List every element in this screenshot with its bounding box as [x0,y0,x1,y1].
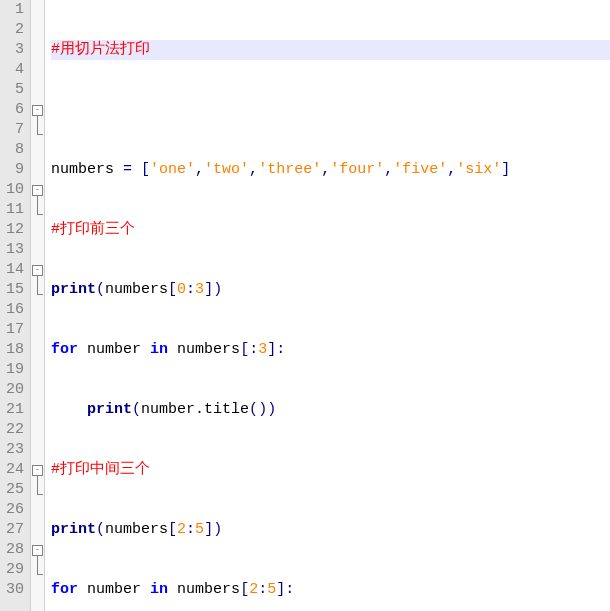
line-number: 6 [6,100,24,120]
code-line[interactable]: print(numbers[0:3]) [51,280,610,300]
code-line[interactable]: for number in numbers[2:5]: [51,580,610,600]
fold-marker-icon[interactable]: - [32,545,43,556]
fold-marker-icon[interactable]: - [32,465,43,476]
line-number: 7 [6,120,24,140]
line-number: 13 [6,240,24,260]
line-number: 17 [6,320,24,340]
code-line[interactable]: print(numbers[2:5]) [51,520,610,540]
fold-end [37,134,43,135]
fold-marker-icon[interactable]: - [32,185,43,196]
line-number: 28 [6,540,24,560]
line-number: 9 [6,160,24,180]
line-number: 2 [6,20,24,40]
fold-line [37,556,38,574]
code-line[interactable] [51,100,610,120]
line-number: 26 [6,500,24,520]
line-number: 3 [6,40,24,60]
line-number: 24 [6,460,24,480]
code-line[interactable]: #打印中间三个 [51,460,610,480]
code-line[interactable]: print(number.title()) [51,400,610,420]
fold-line [37,196,38,214]
line-number: 18 [6,340,24,360]
line-number: 15 [6,280,24,300]
line-number: 8 [6,140,24,160]
line-number: 11 [6,200,24,220]
fold-column: - - - - - [31,0,45,611]
line-number: 23 [6,440,24,460]
line-number: 29 [6,560,24,580]
code-line[interactable]: for number in numbers[:3]: [51,340,610,360]
fold-end [37,574,43,575]
line-number: 25 [6,480,24,500]
code-line[interactable]: #打印前三个 [51,220,610,240]
fold-end [37,214,43,215]
fold-line [37,116,38,134]
code-area[interactable]: #用切片法打印 numbers = ['one','two','three','… [45,0,610,611]
line-number: 1 [6,0,24,20]
fold-marker-icon[interactable]: - [32,265,43,276]
fold-line [37,476,38,494]
fold-end [37,494,43,495]
line-number: 19 [6,360,24,380]
line-number: 5 [6,80,24,100]
fold-marker-icon[interactable]: - [32,105,43,116]
line-number-gutter: 1 2 3 4 5 6 7 8 9 10 11 12 13 14 15 16 1… [0,0,31,611]
code-line[interactable]: #用切片法打印 [51,40,610,60]
line-number: 10 [6,180,24,200]
line-number: 20 [6,380,24,400]
line-number: 16 [6,300,24,320]
line-number: 27 [6,520,24,540]
line-number: 14 [6,260,24,280]
code-line[interactable]: numbers = ['one','two','three','four','f… [51,160,610,180]
line-number: 4 [6,60,24,80]
fold-end [37,294,43,295]
line-number: 30 [6,580,24,600]
code-editor[interactable]: 1 2 3 4 5 6 7 8 9 10 11 12 13 14 15 16 1… [0,0,610,611]
line-number: 22 [6,420,24,440]
line-number: 21 [6,400,24,420]
fold-line [37,276,38,294]
line-number: 12 [6,220,24,240]
